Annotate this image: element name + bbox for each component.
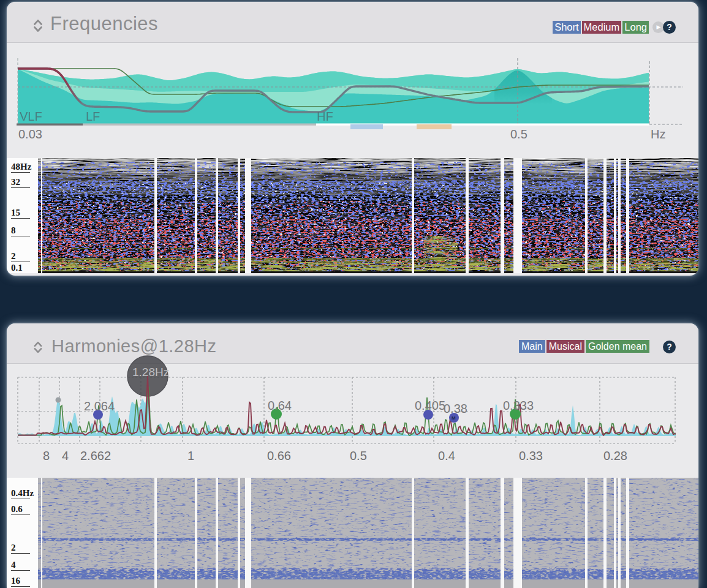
svg-text:2.662: 2.662	[80, 449, 111, 462]
svg-text:0.333: 0.333	[503, 399, 534, 412]
svg-text:0.28: 0.28	[603, 449, 627, 462]
svg-text:LF: LF	[86, 110, 100, 123]
svg-text:VLF: VLF	[20, 110, 42, 123]
svg-text:0.66: 0.66	[267, 449, 291, 462]
svg-text:1: 1	[187, 449, 194, 462]
svg-text:0.5: 0.5	[350, 449, 367, 462]
svg-text:Hz: Hz	[651, 127, 665, 141]
svg-text:0.5: 0.5	[510, 127, 527, 141]
svg-text:4: 4	[62, 449, 69, 462]
svg-text:0.4: 0.4	[438, 449, 455, 462]
svg-text:0.405: 0.405	[415, 399, 445, 412]
svg-text:1.28Hz: 1.28Hz	[132, 366, 169, 379]
svg-text:8: 8	[43, 449, 50, 462]
svg-text:0.33: 0.33	[519, 449, 543, 462]
svg-text:HF: HF	[317, 110, 333, 123]
svg-text:0.64: 0.64	[268, 399, 292, 412]
svg-text:0.38: 0.38	[444, 402, 467, 415]
svg-text:0.03: 0.03	[18, 127, 42, 141]
svg-text:2.064: 2.064	[84, 399, 115, 413]
svg-text:M: M	[452, 415, 456, 421]
